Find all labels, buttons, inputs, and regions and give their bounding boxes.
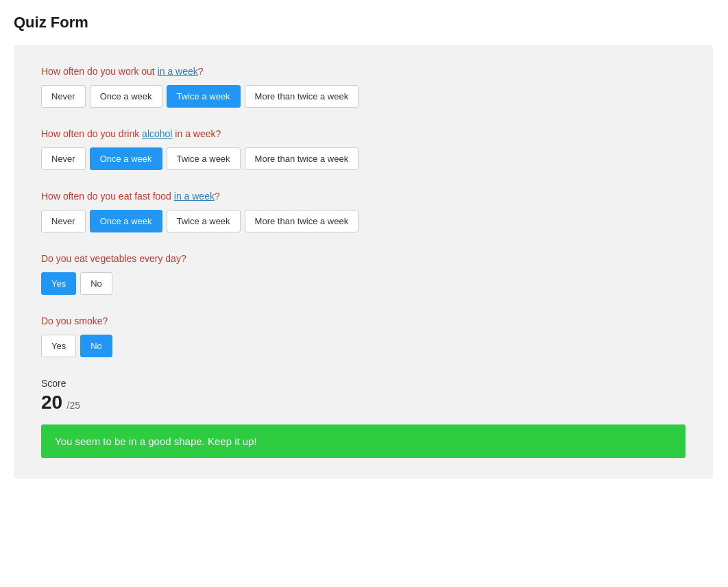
workout-never[interactable]: Never (41, 85, 86, 108)
question-alcohol-label: How often do you drink alcohol in a week… (41, 128, 685, 139)
fastfood-more-than-twice[interactable]: More than twice a week (245, 210, 359, 232)
question-fastfood-label: How often do you eat fast food in a week… (41, 191, 685, 202)
question-smoke-label: Do you smoke? (41, 315, 685, 326)
fastfood-once[interactable]: Once a week (90, 210, 162, 232)
workout-more-than-twice[interactable]: More than twice a week (245, 85, 359, 108)
question-vegetables-label: Do you eat vegetables every day? (41, 253, 685, 264)
question-smoke: Do you smoke? Yes No (41, 315, 685, 357)
question-alcohol: How often do you drink alcohol in a week… (41, 128, 685, 170)
question-workout-label: How often do you work out in a week? (41, 66, 685, 77)
workout-twice[interactable]: Twice a week (167, 85, 241, 108)
vegetables-options: Yes No (41, 272, 685, 295)
score-total: /25 (67, 400, 80, 411)
smoke-no[interactable]: No (80, 335, 112, 357)
vegetables-yes[interactable]: Yes (41, 272, 76, 295)
workout-once[interactable]: Once a week (90, 85, 162, 108)
page-title: Quiz Form (14, 14, 714, 32)
smoke-yes[interactable]: Yes (41, 335, 76, 357)
vegetables-no[interactable]: No (80, 272, 112, 295)
alcohol-twice[interactable]: Twice a week (167, 147, 241, 170)
fastfood-never[interactable]: Never (41, 210, 86, 232)
score-display: 20 /25 (41, 392, 685, 414)
alcohol-more-than-twice[interactable]: More than twice a week (245, 147, 359, 170)
fastfood-twice[interactable]: Twice a week (167, 210, 241, 232)
form-container: How often do you work out in a week? Nev… (14, 45, 713, 479)
alcohol-never[interactable]: Never (41, 147, 86, 170)
alcohol-options: Never Once a week Twice a week More than… (41, 147, 685, 170)
smoke-options: Yes No (41, 335, 685, 357)
workout-options: Never Once a week Twice a week More than… (41, 85, 685, 108)
score-value: 20 (41, 392, 62, 413)
question-vegetables: Do you eat vegetables every day? Yes No (41, 253, 685, 295)
alcohol-once[interactable]: Once a week (90, 147, 162, 170)
score-section: Score 20 /25 (41, 378, 685, 414)
result-banner: You seem to be in a good shape. Keep it … (41, 424, 685, 458)
score-label: Score (41, 378, 685, 389)
question-workout: How often do you work out in a week? Nev… (41, 66, 685, 108)
question-fastfood: How often do you eat fast food in a week… (41, 191, 685, 232)
fastfood-options: Never Once a week Twice a week More than… (41, 210, 685, 232)
